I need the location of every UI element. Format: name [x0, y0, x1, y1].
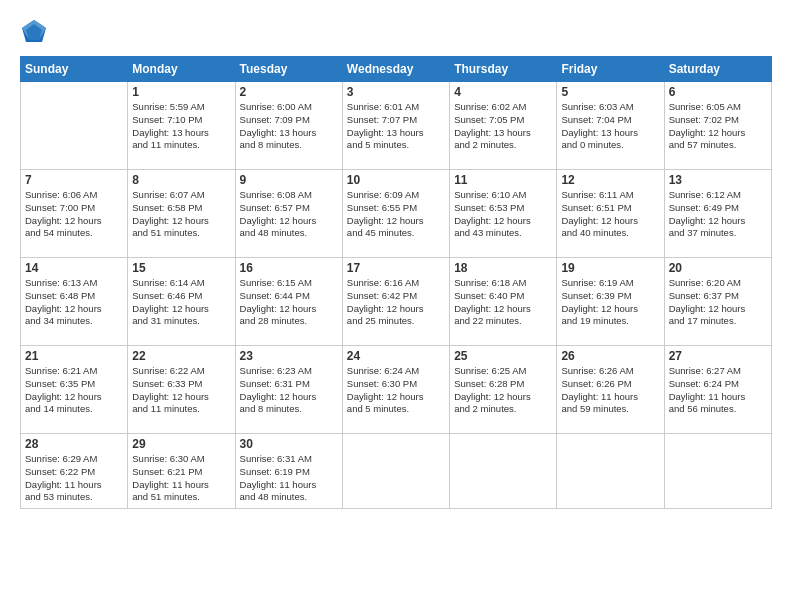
day-number: 8 [132, 173, 230, 187]
day-info: Sunrise: 6:08 AM Sunset: 6:57 PM Dayligh… [240, 189, 338, 240]
day-number: 5 [561, 85, 659, 99]
day-info: Sunrise: 6:19 AM Sunset: 6:39 PM Dayligh… [561, 277, 659, 328]
day-info: Sunrise: 6:06 AM Sunset: 7:00 PM Dayligh… [25, 189, 123, 240]
day-number: 14 [25, 261, 123, 275]
calendar-week-3: 14Sunrise: 6:13 AM Sunset: 6:48 PM Dayli… [21, 258, 772, 346]
page: SundayMondayTuesdayWednesdayThursdayFrid… [0, 0, 792, 612]
calendar-cell: 2Sunrise: 6:00 AM Sunset: 7:09 PM Daylig… [235, 82, 342, 170]
day-number: 20 [669, 261, 767, 275]
calendar-cell: 8Sunrise: 6:07 AM Sunset: 6:58 PM Daylig… [128, 170, 235, 258]
day-number: 15 [132, 261, 230, 275]
calendar-cell: 30Sunrise: 6:31 AM Sunset: 6:19 PM Dayli… [235, 434, 342, 509]
calendar-header-sunday: Sunday [21, 57, 128, 82]
day-number: 4 [454, 85, 552, 99]
logo [20, 18, 52, 46]
calendar-cell: 26Sunrise: 6:26 AM Sunset: 6:26 PM Dayli… [557, 346, 664, 434]
header [20, 18, 772, 46]
calendar-week-5: 28Sunrise: 6:29 AM Sunset: 6:22 PM Dayli… [21, 434, 772, 509]
day-info: Sunrise: 6:03 AM Sunset: 7:04 PM Dayligh… [561, 101, 659, 152]
day-info: Sunrise: 6:05 AM Sunset: 7:02 PM Dayligh… [669, 101, 767, 152]
day-info: Sunrise: 6:25 AM Sunset: 6:28 PM Dayligh… [454, 365, 552, 416]
day-number: 26 [561, 349, 659, 363]
calendar-header-saturday: Saturday [664, 57, 771, 82]
day-number: 17 [347, 261, 445, 275]
calendar-cell: 16Sunrise: 6:15 AM Sunset: 6:44 PM Dayli… [235, 258, 342, 346]
day-number: 1 [132, 85, 230, 99]
day-number: 30 [240, 437, 338, 451]
day-info: Sunrise: 6:22 AM Sunset: 6:33 PM Dayligh… [132, 365, 230, 416]
day-number: 27 [669, 349, 767, 363]
calendar-cell [557, 434, 664, 509]
calendar-cell: 1Sunrise: 5:59 AM Sunset: 7:10 PM Daylig… [128, 82, 235, 170]
day-number: 19 [561, 261, 659, 275]
calendar-cell: 13Sunrise: 6:12 AM Sunset: 6:49 PM Dayli… [664, 170, 771, 258]
day-info: Sunrise: 6:24 AM Sunset: 6:30 PM Dayligh… [347, 365, 445, 416]
day-number: 28 [25, 437, 123, 451]
day-info: Sunrise: 6:27 AM Sunset: 6:24 PM Dayligh… [669, 365, 767, 416]
day-info: Sunrise: 6:10 AM Sunset: 6:53 PM Dayligh… [454, 189, 552, 240]
calendar-week-1: 1Sunrise: 5:59 AM Sunset: 7:10 PM Daylig… [21, 82, 772, 170]
calendar-header-friday: Friday [557, 57, 664, 82]
day-info: Sunrise: 6:15 AM Sunset: 6:44 PM Dayligh… [240, 277, 338, 328]
calendar-cell: 7Sunrise: 6:06 AM Sunset: 7:00 PM Daylig… [21, 170, 128, 258]
calendar-header-wednesday: Wednesday [342, 57, 449, 82]
calendar-cell [664, 434, 771, 509]
calendar-cell: 23Sunrise: 6:23 AM Sunset: 6:31 PM Dayli… [235, 346, 342, 434]
day-info: Sunrise: 6:01 AM Sunset: 7:07 PM Dayligh… [347, 101, 445, 152]
day-number: 3 [347, 85, 445, 99]
calendar-cell: 21Sunrise: 6:21 AM Sunset: 6:35 PM Dayli… [21, 346, 128, 434]
calendar-cell: 9Sunrise: 6:08 AM Sunset: 6:57 PM Daylig… [235, 170, 342, 258]
day-info: Sunrise: 6:21 AM Sunset: 6:35 PM Dayligh… [25, 365, 123, 416]
calendar-cell: 5Sunrise: 6:03 AM Sunset: 7:04 PM Daylig… [557, 82, 664, 170]
calendar-cell: 17Sunrise: 6:16 AM Sunset: 6:42 PM Dayli… [342, 258, 449, 346]
day-number: 2 [240, 85, 338, 99]
calendar-cell: 15Sunrise: 6:14 AM Sunset: 6:46 PM Dayli… [128, 258, 235, 346]
day-info: Sunrise: 5:59 AM Sunset: 7:10 PM Dayligh… [132, 101, 230, 152]
calendar-cell: 6Sunrise: 6:05 AM Sunset: 7:02 PM Daylig… [664, 82, 771, 170]
day-info: Sunrise: 6:02 AM Sunset: 7:05 PM Dayligh… [454, 101, 552, 152]
day-number: 25 [454, 349, 552, 363]
day-info: Sunrise: 6:23 AM Sunset: 6:31 PM Dayligh… [240, 365, 338, 416]
day-info: Sunrise: 6:20 AM Sunset: 6:37 PM Dayligh… [669, 277, 767, 328]
calendar-cell: 24Sunrise: 6:24 AM Sunset: 6:30 PM Dayli… [342, 346, 449, 434]
calendar-cell: 10Sunrise: 6:09 AM Sunset: 6:55 PM Dayli… [342, 170, 449, 258]
day-number: 18 [454, 261, 552, 275]
day-number: 16 [240, 261, 338, 275]
calendar-cell: 22Sunrise: 6:22 AM Sunset: 6:33 PM Dayli… [128, 346, 235, 434]
day-number: 7 [25, 173, 123, 187]
day-number: 10 [347, 173, 445, 187]
calendar-cell: 29Sunrise: 6:30 AM Sunset: 6:21 PM Dayli… [128, 434, 235, 509]
day-info: Sunrise: 6:16 AM Sunset: 6:42 PM Dayligh… [347, 277, 445, 328]
calendar-cell: 3Sunrise: 6:01 AM Sunset: 7:07 PM Daylig… [342, 82, 449, 170]
calendar-cell [21, 82, 128, 170]
calendar-week-4: 21Sunrise: 6:21 AM Sunset: 6:35 PM Dayli… [21, 346, 772, 434]
calendar-cell: 12Sunrise: 6:11 AM Sunset: 6:51 PM Dayli… [557, 170, 664, 258]
calendar-cell: 14Sunrise: 6:13 AM Sunset: 6:48 PM Dayli… [21, 258, 128, 346]
day-info: Sunrise: 6:13 AM Sunset: 6:48 PM Dayligh… [25, 277, 123, 328]
calendar-cell: 11Sunrise: 6:10 AM Sunset: 6:53 PM Dayli… [450, 170, 557, 258]
calendar-cell: 4Sunrise: 6:02 AM Sunset: 7:05 PM Daylig… [450, 82, 557, 170]
day-info: Sunrise: 6:26 AM Sunset: 6:26 PM Dayligh… [561, 365, 659, 416]
day-info: Sunrise: 6:00 AM Sunset: 7:09 PM Dayligh… [240, 101, 338, 152]
calendar-cell: 19Sunrise: 6:19 AM Sunset: 6:39 PM Dayli… [557, 258, 664, 346]
day-info: Sunrise: 6:09 AM Sunset: 6:55 PM Dayligh… [347, 189, 445, 240]
calendar-table: SundayMondayTuesdayWednesdayThursdayFrid… [20, 56, 772, 509]
day-number: 12 [561, 173, 659, 187]
calendar-header-row: SundayMondayTuesdayWednesdayThursdayFrid… [21, 57, 772, 82]
day-info: Sunrise: 6:29 AM Sunset: 6:22 PM Dayligh… [25, 453, 123, 504]
calendar-week-2: 7Sunrise: 6:06 AM Sunset: 7:00 PM Daylig… [21, 170, 772, 258]
logo-icon [20, 18, 48, 46]
day-info: Sunrise: 6:12 AM Sunset: 6:49 PM Dayligh… [669, 189, 767, 240]
calendar-cell [450, 434, 557, 509]
day-info: Sunrise: 6:11 AM Sunset: 6:51 PM Dayligh… [561, 189, 659, 240]
day-info: Sunrise: 6:18 AM Sunset: 6:40 PM Dayligh… [454, 277, 552, 328]
calendar-cell: 20Sunrise: 6:20 AM Sunset: 6:37 PM Dayli… [664, 258, 771, 346]
calendar-header-thursday: Thursday [450, 57, 557, 82]
day-number: 13 [669, 173, 767, 187]
day-info: Sunrise: 6:30 AM Sunset: 6:21 PM Dayligh… [132, 453, 230, 504]
day-number: 23 [240, 349, 338, 363]
calendar-cell: 27Sunrise: 6:27 AM Sunset: 6:24 PM Dayli… [664, 346, 771, 434]
day-number: 22 [132, 349, 230, 363]
day-info: Sunrise: 6:14 AM Sunset: 6:46 PM Dayligh… [132, 277, 230, 328]
day-info: Sunrise: 6:07 AM Sunset: 6:58 PM Dayligh… [132, 189, 230, 240]
